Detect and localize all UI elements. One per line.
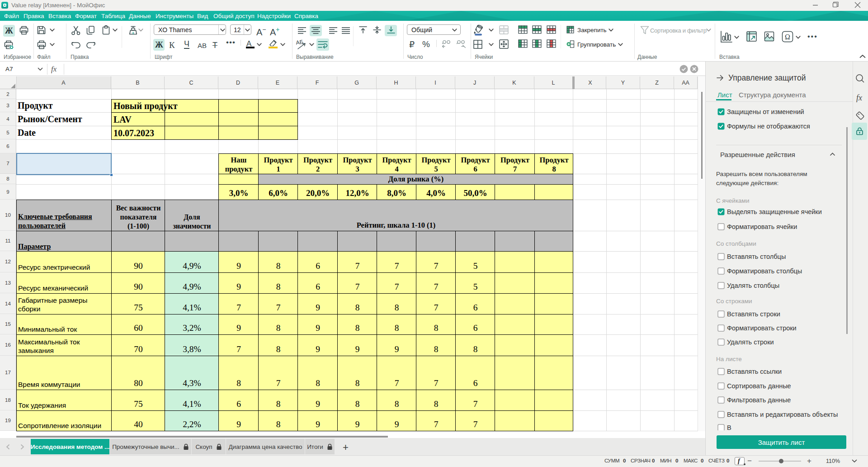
svg-text:Ω: Ω (785, 33, 790, 41)
